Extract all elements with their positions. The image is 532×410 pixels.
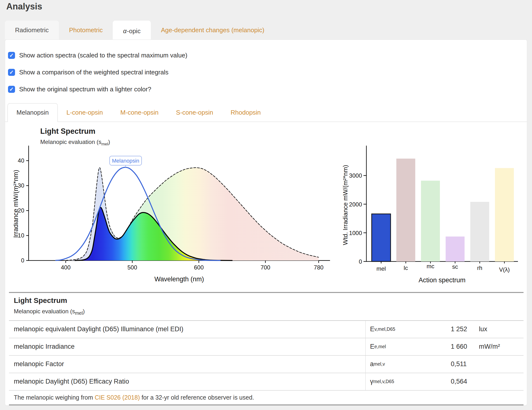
checkbox-show-original-spectrum[interactable]: ✓ (8, 86, 15, 93)
tab-alpha-opic[interactable]: α-opic (113, 21, 151, 41)
svg-text:Wtd. Irradiance mW/(m²*nm): Wtd. Irradiance mW/(m²*nm) (342, 165, 349, 245)
alpha-tab-rest: -opic (127, 27, 140, 35)
svg-text:Irradiance mW/(m²*nm): Irradiance mW/(m²*nm) (14, 170, 19, 238)
svg-text:sc: sc (452, 263, 458, 270)
subtab-rhodopsin[interactable]: Rhodopsin (222, 103, 269, 122)
svg-text:2000: 2000 (349, 201, 362, 208)
checkbox-row-action-spectra: ✓ Show action spectra (scaled to the spe… (8, 52, 187, 59)
svg-text:mc: mc (427, 263, 434, 270)
svg-text:400: 400 (61, 264, 71, 271)
results-table-title: Light Spectrum (14, 296, 519, 305)
row-unit: mW/m² (475, 343, 523, 350)
svg-text:0: 0 (21, 257, 24, 264)
opsin-subtabs: Melanopsin L-cone-opsin M-cone-opsin S-c… (5, 103, 527, 122)
light-spectrum-chart: 400500600700780010203040Wavelength (nm)I… (14, 125, 339, 287)
footnote-text: The melanopic weighing from (14, 394, 95, 401)
svg-text:0: 0 (359, 258, 362, 265)
results-table-header: Light Spectrum Melanopic evaluation (sme… (9, 293, 523, 321)
checkbox-label: Show the original spectrum with a lighte… (19, 85, 151, 93)
checkbox-show-comparison[interactable]: ✓ (8, 69, 15, 76)
svg-text:rh: rh (477, 265, 482, 271)
subtab-l-cone-opsin[interactable]: L-cone-opsin (58, 103, 112, 122)
table-row: melanopic Irradiance Ee,mel 1 660 mW/m² (9, 338, 523, 356)
checkbox-row-original-spectrum: ✓ Show the original spectrum with a ligh… (8, 85, 151, 93)
row-symbol: Ev,mel,D65 (365, 321, 446, 338)
app-root: Analysis Radiometric Photometric α-opic … (0, 0, 532, 410)
table-row: melanopic Factor amel,v 0,511 (9, 356, 523, 373)
table-footnote: The melanopic weighing from CIE S026 (20… (9, 391, 523, 404)
svg-text:500: 500 (127, 264, 137, 271)
svg-text:V(λ): V(λ) (499, 266, 510, 273)
svg-text:Melanopsin: Melanopsin (112, 158, 139, 164)
cie-s026-link[interactable]: CIE S026 (2018) (95, 394, 140, 401)
tab-photometric[interactable]: Photometric (59, 21, 113, 39)
tab-radiometric[interactable]: Radiometric (5, 21, 59, 39)
check-icon: ✓ (9, 53, 14, 58)
footnote-text: for a 32-yr old reference observer is us… (140, 394, 254, 401)
checkbox-show-action-spectra[interactable]: ✓ (8, 52, 15, 59)
row-value: 1 252 (446, 326, 475, 333)
svg-text:lc: lc (404, 265, 408, 271)
checkbox-label: Show a comparison of the weighted spectr… (19, 69, 169, 76)
svg-text:700: 700 (260, 264, 270, 271)
row-label: melanopic Factor (9, 360, 365, 368)
row-label: melanopic Daylight (D65) Efficacy Ratio (9, 378, 365, 385)
subtab-m-cone-opsin[interactable]: M-cone-opsin (112, 103, 167, 122)
svg-text:600: 600 (194, 264, 204, 271)
checkbox-label: Show action spectra (scaled to the spect… (19, 52, 187, 59)
table-row: melanopic Daylight (D65) Efficacy Ratio … (9, 373, 523, 391)
subtab-s-cone-opsin[interactable]: S-cone-opsin (167, 103, 222, 122)
content-panel: ✓ Show action spectra (scaled to the spe… (5, 39, 527, 406)
row-value: 1 660 (446, 343, 475, 350)
subtab-melanopsin[interactable]: Melanopsin (8, 103, 58, 122)
row-label: melanopic equivalent Daylight (D65) Illu… (9, 326, 365, 333)
weighted-integrals-bar-chart: 0100020003000mellcmcscrhV(λ)Action spect… (337, 136, 524, 286)
svg-text:1000: 1000 (349, 230, 362, 236)
tab-age-dependent[interactable]: Age-dependent changes (melanopic) (151, 21, 275, 39)
svg-text:Action spectrum: Action spectrum (418, 277, 466, 284)
svg-text:3000: 3000 (349, 172, 362, 179)
main-tabbar: Radiometric Photometric α-opic Age-depen… (5, 21, 275, 39)
svg-text:mel: mel (376, 265, 386, 272)
row-unit: lux (475, 326, 523, 333)
alpha-glyph: α (123, 27, 127, 35)
row-value: 0,511 (446, 360, 475, 368)
table-row: melanopic equivalent Daylight (D65) Illu… (9, 321, 523, 338)
row-symbol: γmel,v,D65 (365, 373, 446, 390)
svg-text:40: 40 (18, 157, 24, 164)
svg-text:780: 780 (314, 264, 323, 271)
row-value: 0,564 (446, 378, 475, 385)
checkbox-row-comparison: ✓ Show a comparison of the weighted spec… (8, 69, 169, 76)
row-label: melanopic Irradiance (9, 343, 365, 350)
row-symbol: amel,v (365, 356, 446, 373)
results-table: Light Spectrum Melanopic evaluation (sme… (9, 292, 523, 405)
check-icon: ✓ (9, 70, 14, 75)
results-table-subtitle: Melanopic evaluation (smel) (14, 308, 519, 316)
page-title: Analysis (6, 1, 42, 12)
row-symbol: Ee,mel (365, 338, 446, 355)
svg-text:Wavelength (nm): Wavelength (nm) (154, 276, 204, 283)
check-icon: ✓ (9, 87, 14, 92)
